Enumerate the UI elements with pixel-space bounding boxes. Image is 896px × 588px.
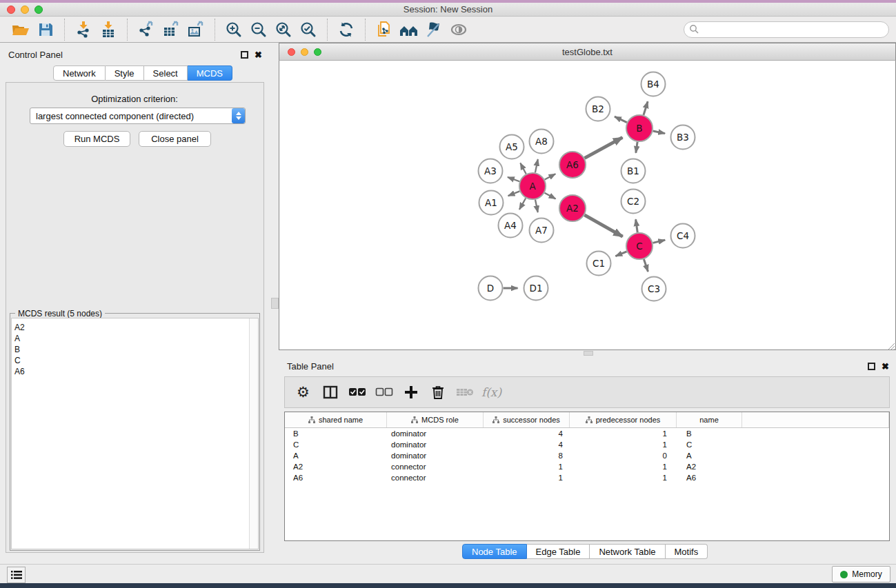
tab-mcds[interactable]: MCDS [188,65,232,81]
network-window-titlebar[interactable]: testGlobe.txt [279,43,896,61]
run-mcds-button[interactable]: Run MCDS [63,131,130,147]
float-panel-icon[interactable] [868,363,875,370]
graph-node-label: B4 [647,79,659,90]
tab-node-table[interactable]: Node Table [462,544,527,559]
graph-edge[interactable] [508,191,520,196]
float-panel-icon[interactable] [241,51,248,59]
attribute-icon [586,416,593,423]
graph-edge[interactable] [636,219,638,232]
graph-edge[interactable] [585,137,623,158]
graph-edge[interactable] [535,159,538,172]
save-session-icon[interactable] [33,18,58,41]
table-row[interactable]: Cdominator41C [285,439,889,450]
gear-icon[interactable]: ⚙ [292,381,315,404]
table-row[interactable]: A6connector11A6 [285,472,889,483]
graph-edge[interactable] [508,177,519,181]
add-icon[interactable] [399,381,422,404]
close-panel-icon[interactable]: ✖ [255,51,262,59]
first-neighbors-icon[interactable] [421,18,446,41]
toolbar-separator [327,19,328,41]
columns-icon[interactable] [319,381,341,404]
graph-edge[interactable] [636,142,637,153]
task-history-button[interactable] [7,567,26,583]
export-image-icon[interactable] [183,18,208,41]
graph-node-label: B3 [677,132,689,143]
column-header-mcds-role[interactable]: MCDS role [387,412,484,427]
graph-node-label: D [487,283,494,294]
import-table-icon[interactable] [96,18,121,41]
graph-edge[interactable] [653,131,665,134]
unselect-all-icon[interactable] [372,381,395,404]
memory-button[interactable]: Memory [832,566,890,582]
tab-network-table[interactable]: Network Table [590,544,665,559]
tab-select[interactable]: Select [144,65,188,81]
graph-node-label: A5 [506,141,518,152]
tab-network[interactable]: Network [53,65,106,81]
graph-edge[interactable] [520,163,526,174]
export-network-icon[interactable] [134,18,159,41]
graph-node-label: B2 [592,103,604,114]
table-panel-title: Table Panel [287,361,334,372]
horizontal-splitter-handle[interactable] [584,351,593,356]
zoom-fit-icon[interactable] [271,18,296,41]
mcds-result-title: MCDS result (5 nodes) [15,309,105,318]
graph-node-label: A4 [504,220,517,231]
column-header-name[interactable]: name [677,412,742,427]
close-panel-icon[interactable]: ✖ [882,363,889,370]
function-builder-icon: f(x) [480,381,503,404]
import-network-icon[interactable] [71,18,96,41]
network-graph-canvas[interactable]: AA1A2A3A4A5A6A7A8BB1B2B3B4CC1C2C3C4DD1 [280,61,895,349]
graph-edge[interactable] [545,193,556,199]
zoom-selected-icon[interactable] [296,18,321,41]
zoom-out-icon[interactable] [246,18,271,41]
application-window: Session: New Session [0,0,896,588]
show-hide-icon[interactable] [446,18,471,41]
tab-motifs[interactable]: Motifs [666,544,708,559]
search-box[interactable] [684,21,889,38]
list-item[interactable]: A2 [14,322,258,333]
node-table[interactable]: shared name MCDS role successor nodes pr… [284,412,890,541]
graph-edge[interactable] [644,101,648,115]
column-header-successor-nodes[interactable]: successor nodes [484,412,570,427]
clone-network-icon[interactable] [372,18,397,41]
tab-style[interactable]: Style [106,65,144,81]
column-header-predecessor-nodes[interactable]: predecessor nodes [570,412,677,427]
list-item[interactable]: C [14,355,258,366]
delete-icon[interactable] [426,381,449,404]
network-overview-icon[interactable] [397,18,421,41]
export-table-icon[interactable] [159,18,183,41]
graph-edge[interactable] [644,259,648,272]
graph-edge[interactable] [519,198,526,209]
select-all-icon[interactable] [346,381,368,404]
graph-edge[interactable] [545,174,556,179]
tab-edge-table[interactable]: Edge Table [527,544,590,559]
table-row[interactable]: A2connector11A2 [285,461,889,472]
search-input[interactable] [699,25,888,34]
graph-edge[interactable] [615,116,627,122]
optimization-criterion-dropdown[interactable]: largest connected component (directed) [30,108,246,124]
vertical-splitter-handle[interactable] [271,298,279,309]
column-header-shared-name[interactable]: shared name [285,412,387,427]
refresh-layout-icon[interactable] [334,18,359,41]
open-file-icon[interactable] [8,18,33,41]
table-row[interactable]: Bdominator41B [285,428,889,439]
window-resize-grip[interactable] [887,342,895,350]
graph-edge[interactable] [584,215,622,236]
dropdown-stepper-icon [232,108,245,123]
graph-edge[interactable] [615,252,626,256]
graph-edge[interactable] [535,200,538,212]
graph-node-label: A [529,181,536,192]
toolbar-separator [64,19,65,41]
graph-node-label: A1 [485,197,497,208]
graph-edge[interactable] [653,240,665,243]
scrollbar-track[interactable] [249,318,258,549]
list-item[interactable]: B [14,344,258,355]
mcds-result-list[interactable]: A2 A B C A6 [11,318,259,549]
optimization-criterion-label: Optimization criterion: [0,94,269,104]
table-row[interactable]: Adominator80A [285,450,889,461]
zoom-in-icon[interactable] [221,18,246,41]
control-panel-title: Control Panel [8,50,63,60]
close-panel-button[interactable]: Close panel [139,131,211,147]
list-item[interactable]: A6 [14,366,258,377]
list-item[interactable]: A [14,333,258,344]
